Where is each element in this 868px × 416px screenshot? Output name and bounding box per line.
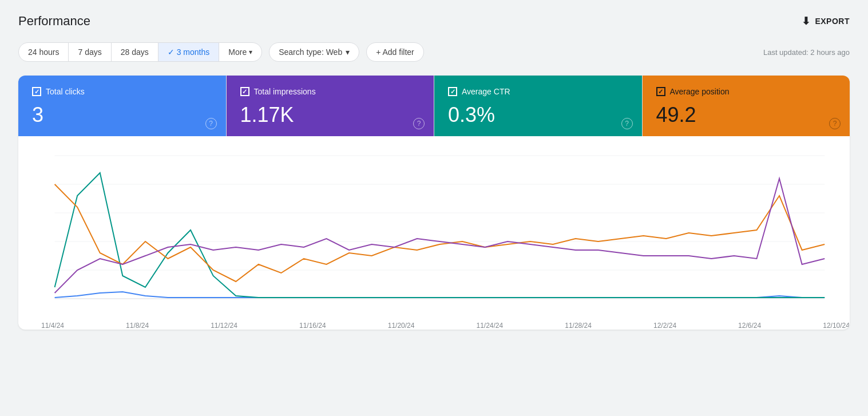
search-type-button[interactable]: Search type: Web ▾ bbox=[269, 42, 359, 62]
page-header: Performance ⬇ EXPORT bbox=[18, 14, 850, 29]
metrics-row: Total clicks 3 ? Total impressions 1.17K… bbox=[18, 76, 850, 136]
metric-impressions[interactable]: Total impressions 1.17K ? bbox=[227, 76, 434, 136]
x-label: 11/28/24 bbox=[565, 322, 592, 330]
x-label: 11/20/24 bbox=[388, 322, 415, 330]
metric-ctr-help[interactable]: ? bbox=[621, 118, 633, 129]
metric-impressions-checkbox bbox=[240, 87, 249, 96]
x-label: 11/4/24 bbox=[41, 322, 64, 330]
last-updated-label: Last updated: 2 hours ago bbox=[763, 48, 850, 57]
metric-position-checkbox bbox=[656, 87, 665, 96]
export-icon: ⬇ bbox=[802, 15, 811, 27]
metric-position-label: Average position bbox=[656, 87, 837, 96]
x-label: 11/24/24 bbox=[476, 322, 503, 330]
filter-24hours[interactable]: 24 hours bbox=[19, 43, 69, 61]
chart-area bbox=[18, 136, 850, 319]
chart-x-labels: 11/4/24 11/8/24 11/12/24 11/16/24 11/20/… bbox=[18, 319, 850, 330]
metric-impressions-label: Total impressions bbox=[240, 87, 421, 96]
chevron-down-icon: ▾ bbox=[346, 47, 350, 57]
metric-impressions-help[interactable]: ? bbox=[413, 118, 425, 129]
toolbar: 24 hours 7 days 28 days ✓ 3 months More … bbox=[18, 42, 850, 62]
metric-clicks-value: 3 bbox=[32, 103, 212, 127]
page-title: Performance bbox=[18, 14, 90, 29]
filter-more[interactable]: More ▾ bbox=[219, 43, 261, 61]
metric-clicks-label: Total clicks bbox=[32, 87, 212, 96]
time-filter-group: 24 hours 7 days 28 days ✓ 3 months More … bbox=[18, 42, 262, 62]
metric-impressions-value: 1.17K bbox=[240, 103, 421, 127]
x-label: 11/8/24 bbox=[126, 322, 149, 330]
metric-position-help[interactable]: ? bbox=[829, 118, 841, 129]
filter-3months[interactable]: ✓ 3 months bbox=[158, 43, 219, 61]
metric-clicks[interactable]: Total clicks 3 ? bbox=[18, 76, 226, 136]
filter-7days[interactable]: 7 days bbox=[69, 43, 111, 61]
x-label: 12/10/24 bbox=[823, 322, 850, 330]
filter-28days[interactable]: 28 days bbox=[112, 43, 158, 61]
export-button[interactable]: ⬇ EXPORT bbox=[802, 15, 850, 27]
x-label: 12/6/24 bbox=[738, 322, 761, 330]
metric-ctr-value: 0.3% bbox=[448, 103, 628, 127]
x-label: 11/16/24 bbox=[299, 322, 326, 330]
performance-chart bbox=[32, 150, 836, 310]
x-label: 12/2/24 bbox=[653, 322, 676, 330]
metric-ctr-checkbox bbox=[448, 87, 457, 96]
chevron-down-icon: ▾ bbox=[249, 48, 252, 56]
main-card: Total clicks 3 ? Total impressions 1.17K… bbox=[18, 76, 850, 330]
metric-clicks-checkbox bbox=[32, 87, 41, 96]
add-filter-button[interactable]: + Add filter bbox=[366, 42, 424, 62]
metric-ctr-label: Average CTR bbox=[448, 87, 628, 96]
metric-ctr[interactable]: Average CTR 0.3% ? bbox=[434, 76, 642, 136]
x-label: 11/12/24 bbox=[211, 322, 237, 330]
metric-clicks-help[interactable]: ? bbox=[205, 118, 217, 129]
metric-position[interactable]: Average position 49.2 ? bbox=[643, 76, 850, 136]
metric-position-value: 49.2 bbox=[656, 103, 837, 127]
